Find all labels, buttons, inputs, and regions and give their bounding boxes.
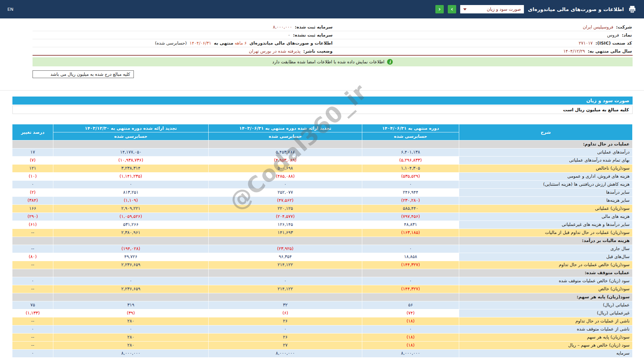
statement-unit-note: کلیه مبالغ به میلیون ریال است bbox=[12, 106, 633, 114]
row-label: سود(زیان) خالص عملیات در حال تداوم bbox=[459, 261, 633, 269]
value-cell: (۱۸) bbox=[362, 317, 459, 325]
table-row: ناشی از عملیات در حال تداوم(۱۸)۲۶۲۸۰-- bbox=[12, 317, 633, 325]
company-name-field: شرکت: فروسیلیس ایران bbox=[333, 24, 632, 30]
value-cell: ۲۸۰ bbox=[53, 317, 209, 325]
row-label: سایر درآمدها bbox=[459, 189, 633, 197]
table-row: هزینه کاهش ارزش دریافتنی ها (هزینه استثن… bbox=[12, 181, 633, 189]
field-label: وضعیت ناشر: bbox=[303, 49, 332, 54]
value-cell: (۴,۹۵۳,۰۸۹) bbox=[209, 157, 362, 165]
change-cell: -- bbox=[12, 317, 53, 325]
row-label: سود(زیان) خالص bbox=[459, 285, 633, 293]
value-cell: ۵۰۰,۶۹۸ bbox=[209, 165, 362, 173]
value-cell: ۳,۲۳۸,۳۱۴ bbox=[53, 165, 209, 173]
change-cell: ۰ bbox=[12, 277, 53, 285]
table-row: سایر درآمدها و هزینه های غیرعملیاتی۴۸,۸۳… bbox=[12, 221, 633, 229]
value-cell: (۴۸۵,۰۸۸) bbox=[209, 173, 362, 181]
value-cell: ۲۶ bbox=[209, 317, 362, 325]
change-cell bbox=[12, 269, 53, 277]
row-label: هزینه کاهش ارزش دریافتنی ها (هزینه استثن… bbox=[459, 181, 633, 189]
table-row: سایر هزینه‌ها(۲۳۰,۲۸۰)(۴۷,۵۶۲)(۱,۱۰۹)(۳۸… bbox=[12, 197, 633, 205]
field-label: سال مالی منتهی به: bbox=[588, 49, 632, 54]
value-cell bbox=[362, 140, 459, 148]
table-row: سود (زیان) خالص عملیات متوقف شده۰۰۰۰ bbox=[12, 277, 633, 285]
value-cell bbox=[362, 237, 459, 245]
value-cell: ۱۸,۸۵۸ bbox=[362, 253, 459, 261]
value-cell: (۵,۲۹۶,۸۳۳) bbox=[362, 157, 459, 165]
next-statement-button[interactable]: › bbox=[435, 5, 444, 13]
value-cell: (۱۴۴,۳۲۷) bbox=[362, 285, 459, 293]
signature-notice: i اطلاعات نمایش داده شده با اطلاعات امضا… bbox=[33, 57, 633, 66]
field-value: ۰ bbox=[288, 33, 290, 38]
statement-select[interactable]: صورت سود و زیان bbox=[460, 5, 524, 13]
company-info: شرکت: فروسیلیس ایران سرمایه ثبت شده: ۸,۰… bbox=[33, 23, 633, 56]
row-label: سایر هزینه‌ها bbox=[459, 197, 633, 205]
row-label: سود(زیان) پایه هر سهم bbox=[459, 334, 633, 342]
value-cell: ۲۶ bbox=[209, 334, 362, 342]
row-label: ناشی از عملیات متوقف شده bbox=[459, 325, 633, 334]
table-row: سود(زیان) عملیاتی۵۸۵,۴۴۰۲۲۰,۱۲۵۲,۹۰۹,۲۲۱… bbox=[12, 205, 633, 213]
value-cell: ۱,۱۰۴,۳۰۵ bbox=[362, 165, 459, 173]
value-cell: ۴۹,۷۲۶ bbox=[53, 253, 209, 261]
section-row: هزینه مالیات بر درآمد: bbox=[12, 237, 633, 245]
table-wrap: شرح دوره منتهی به ۱۴۰۴/۰۶/۳۱ تجدید ارائه… bbox=[12, 124, 633, 358]
notice-text: اطلاعات نمایش داده شده با اطلاعات امضا ش… bbox=[272, 59, 384, 64]
col-header-period-restated-annual: تجدید ارائه شده دوره منتهی به ۱۴۰۳/۱۲/۳۰ bbox=[53, 124, 209, 132]
value-cell bbox=[53, 237, 209, 245]
row-label: سود (زیان) خالص هر سهم – ریال bbox=[459, 342, 633, 350]
value-cell: ۴۸,۸۳۱ bbox=[362, 221, 459, 229]
value-cell: (۱۶۳,۱۸۵) bbox=[362, 229, 459, 237]
table-row: ناشی از عملیات متوقف شده۰۰۰۰ bbox=[12, 325, 633, 334]
value-cell: (۱,۱۰۹) bbox=[53, 197, 209, 205]
value-cell: ۵۶ bbox=[362, 301, 459, 309]
table-row: عملیاتی (ریال)۵۶۳۲۳۱۹۷۵ bbox=[12, 301, 633, 309]
info-row: نماد: فروس سرمایه ثبت نشده: ۰ bbox=[33, 31, 633, 39]
page: { "topbar": { "title": "اطلاعات و صورت‌ه… bbox=[0, 0, 644, 362]
change-cell: -- bbox=[12, 334, 53, 342]
top-bar: اطلاعات و صورت‌های مالی میاندوره‌ای صورت… bbox=[0, 0, 644, 18]
value-cell: ۸,۰۰۰,۰۰۰ bbox=[209, 350, 362, 358]
value-cell: ۲۲۰,۱۲۵ bbox=[209, 205, 362, 213]
change-cell: (۷) bbox=[12, 157, 53, 165]
section-row: عملیات در حال تداوم: bbox=[12, 140, 633, 148]
language-toggle[interactable]: EN bbox=[7, 7, 13, 12]
col-subheader-audited: حسابرسی شده bbox=[53, 132, 209, 140]
field-value-highlight: ۶ ماهه bbox=[235, 41, 247, 46]
value-cell: (۱,۰۵۹,۵۲۶) bbox=[53, 213, 209, 221]
value-cell: (۶) bbox=[209, 309, 362, 317]
row-label: بهای تمام شده درآمدهای عملیاتی bbox=[459, 157, 633, 165]
change-cell: -- bbox=[12, 285, 53, 293]
value-cell: ۲۱۴,۱۲۲ bbox=[209, 285, 362, 293]
col-header-period-current: دوره منتهی به ۱۴۰۴/۰۶/۳۱ bbox=[362, 124, 459, 132]
field-label: سرمایه ثبت نشده: bbox=[293, 33, 332, 38]
col-header-description: شرح bbox=[459, 124, 633, 140]
value-cell: ۸,۰۰۰,۰۰۰ bbox=[362, 350, 459, 358]
change-cell: (۱۰) bbox=[12, 173, 53, 181]
section-row: عملیات متوقف شده: bbox=[12, 269, 633, 277]
info-icon: i bbox=[387, 59, 393, 65]
section-row: سود(زیان) پایه هر سهم: bbox=[12, 293, 633, 301]
row-label: سود(زیان) ناخالص bbox=[459, 165, 633, 173]
change-cell: ۰ bbox=[12, 350, 53, 358]
print-icon[interactable] bbox=[628, 5, 637, 14]
row-label: سود(زیان) عملیاتی bbox=[459, 205, 633, 213]
value-cell: ۶,۴۰۱,۱۳۸ bbox=[362, 148, 459, 157]
col-header-period-restated-mid: تجدید ارائه شده دوره منتهی به ۱۴۰۳/۰۶/۳۱ bbox=[209, 124, 362, 132]
prev-statement-button[interactable]: ‹ bbox=[448, 5, 456, 13]
value-cell: (۳۹) bbox=[53, 309, 209, 317]
value-cell: ۵۳۱,۲۶۶ bbox=[53, 221, 209, 229]
row-label: سود(زیان) پایه هر سهم: bbox=[459, 293, 633, 301]
table-row: سود(زیان) پایه هر سهم(۱۸)۲۶۲۸۰-- bbox=[12, 334, 633, 342]
row-label: سایر درآمدها و هزینه های غیرعملیاتی bbox=[459, 221, 633, 229]
report-period-field: اطلاعات و صورت‌های مالی میاندوره‌ای ۶ ما… bbox=[33, 40, 333, 46]
value-cell: ۲,۳۸۰,۹۶۱ bbox=[53, 229, 209, 237]
value-cell: ۰ bbox=[53, 325, 209, 334]
value-cell bbox=[209, 293, 362, 301]
fiscal-year-field: سال مالی منتهی به: ۱۴۰۴/۱۲/۲۹ bbox=[333, 48, 632, 54]
row-label: سال‌های قبل bbox=[459, 253, 633, 261]
value-cell: ۲۱۴,۱۲۲ bbox=[209, 261, 362, 269]
content-divider bbox=[0, 90, 644, 90]
table-row: سود(زیان) خالص عملیات در حال تداوم(۱۴۴,۳… bbox=[12, 261, 633, 269]
change-cell bbox=[12, 237, 53, 245]
field-value: ۱۴۰۴/۱۲/۲۹ bbox=[563, 49, 585, 54]
value-cell: ۲۷ bbox=[209, 342, 362, 350]
